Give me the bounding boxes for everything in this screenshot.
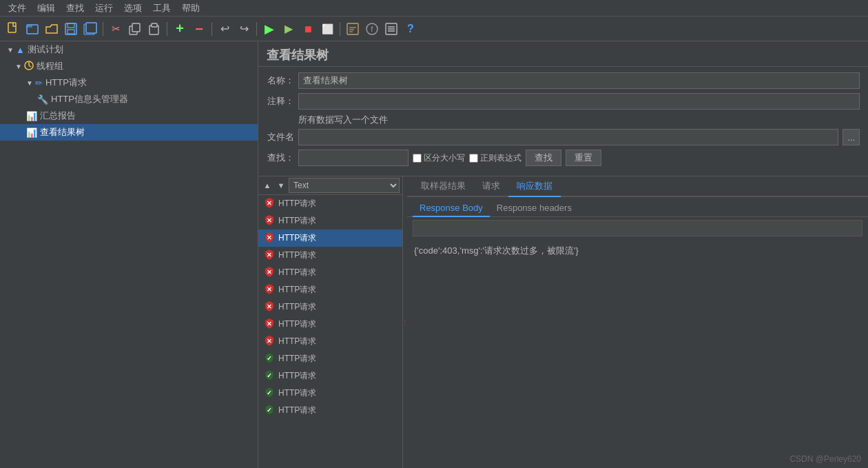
menu-help[interactable]: 帮助 — [176, 1, 205, 16]
reset-button[interactable]: 重置 — [566, 150, 601, 166]
result-item-r1[interactable]: ✕ HTTP请求 — [258, 195, 402, 212]
search-label: 查找： — [267, 152, 294, 164]
svg-rect-11 — [152, 23, 157, 27]
menu-run[interactable]: 运行 — [90, 1, 118, 16]
svg-text:✕: ✕ — [267, 269, 272, 276]
thread-group-icon — [24, 61, 34, 72]
regex-label[interactable]: 正则表达式 — [469, 152, 521, 164]
menu-edit[interactable]: 编辑 — [32, 1, 61, 16]
paste-button[interactable] — [145, 20, 163, 38]
new-button[interactable] — [4, 20, 22, 38]
format-select[interactable]: Text XML JSON HTML RegExp Tester — [289, 178, 400, 193]
shield-ok-partial-icon: ✓ — [264, 404, 275, 417]
comment-input[interactable] — [298, 93, 860, 110]
menu-find[interactable]: 查找 — [61, 1, 90, 16]
shield-error-icon: ✕ — [264, 283, 275, 296]
svg-text:✕: ✕ — [267, 252, 272, 258]
result-item-label: HTTP请求 — [278, 198, 316, 210]
sidebar-label-summary-report: 汇总报告 — [40, 110, 76, 122]
report-button[interactable] — [344, 20, 362, 38]
result-scroll-down-button[interactable]: ▼ — [275, 179, 287, 192]
sidebar-label-http-request-parent: HTTP请求 — [45, 77, 87, 89]
cut-button[interactable]: ✂ — [107, 20, 125, 38]
result-item-r4[interactable]: ✕ HTTP请求 — [258, 247, 402, 264]
shield-error-icon: ✕ — [264, 335, 275, 348]
result-item-r7[interactable]: ✕ HTTP请求 — [258, 298, 402, 316]
http-header-icon: 🔧 — [37, 94, 48, 105]
open-template-button[interactable] — [23, 20, 41, 38]
result-item-r3[interactable]: ✕ HTTP请求 — [258, 230, 402, 247]
result-item-r5[interactable]: ✕ HTTP请求 — [258, 264, 402, 281]
settings-button[interactable] — [382, 20, 400, 38]
name-label: 名称： — [267, 74, 294, 87]
svg-rect-7 — [86, 23, 96, 33]
content-area: 查看结果树 名称： 注释： 所有数据写入一个文件 文件名 ... — [258, 41, 868, 468]
menubar: 文件 编辑 查找 运行 选项 工具 帮助 — [0, 0, 868, 17]
sidebar-item-http-header[interactable]: 🔧 HTTP信息头管理器 — [0, 91, 258, 108]
menu-tools[interactable]: 工具 — [147, 1, 176, 16]
function-button[interactable]: f — [363, 20, 381, 38]
remove-button[interactable]: − — [190, 20, 208, 38]
result-right-panel: 取样器结果 请求 响应数据 Response Body Response hea… — [407, 176, 868, 468]
sidebar-item-test-plan[interactable]: ▼ ▲ 测试计划 — [0, 41, 258, 58]
all-data-text: 所有数据写入一个文件 — [298, 114, 860, 126]
tab-sampler-result[interactable]: 取样器结果 — [413, 176, 474, 197]
tabs-bar: 取样器结果 请求 响应数据 — [407, 176, 868, 197]
filename-input[interactable] — [298, 129, 838, 145]
result-item-r2[interactable]: ✕ HTTP请求 — [258, 212, 402, 230]
open-button[interactable] — [43, 20, 61, 38]
result-scroll-up-button[interactable]: ▲ — [261, 179, 273, 192]
result-item-r6[interactable]: ✕ HTTP请求 — [258, 281, 402, 298]
result-item-r12[interactable]: ✓ HTTP请求 — [258, 385, 402, 402]
comment-label: 注释： — [267, 95, 294, 108]
run-button[interactable]: ▶ — [260, 20, 278, 38]
result-item-label: HTTP请求 — [278, 353, 316, 365]
result-item-label: HTTP请求 — [278, 405, 316, 416]
save-all-button[interactable] — [81, 20, 99, 38]
save-button[interactable] — [62, 20, 80, 38]
result-item-label: HTTP请求 — [278, 387, 316, 399]
sidebar-item-view-result-tree[interactable]: 📊 查看结果树 — [0, 124, 258, 141]
undo-button[interactable]: ↩ — [216, 20, 234, 38]
result-item-r8[interactable]: ✕ HTTP请求 — [258, 316, 402, 333]
sidebar-item-http-request-parent[interactable]: ▼ ✏ HTTP请求 — [0, 74, 258, 91]
sep4 — [256, 22, 257, 36]
comment-row: 注释： — [267, 93, 860, 110]
sub-tab-response-headers[interactable]: Response headers — [490, 200, 579, 217]
svg-text:✕: ✕ — [267, 234, 272, 241]
sub-tab-response-body[interactable]: Response Body — [413, 200, 490, 217]
sidebar-item-thread-group[interactable]: ▼ 线程组 — [0, 58, 258, 74]
stop-button[interactable]: ⏹ — [299, 20, 317, 38]
result-list: ✕ HTTP请求 ✕ HTTP请求 ✕ HTTP请求 ✕ HTTP请求 ✕ HT… — [258, 195, 402, 468]
search-input[interactable] — [298, 150, 409, 166]
find-button[interactable]: 查找 — [526, 150, 561, 166]
result-item-r11[interactable]: ✓ HTTP请求 — [258, 367, 402, 385]
result-item-r9[interactable]: ✕ HTTP请求 — [258, 333, 402, 350]
svg-text:✕: ✕ — [267, 321, 272, 327]
tab-request[interactable]: 请求 — [474, 176, 508, 197]
add-button[interactable]: + — [171, 20, 189, 38]
case-sensitive-checkbox[interactable] — [413, 154, 422, 163]
copy-button[interactable] — [126, 20, 144, 38]
help-button[interactable]: ? — [402, 20, 420, 38]
regex-checkbox[interactable] — [469, 154, 478, 163]
tab-response-data[interactable]: 响应数据 — [508, 176, 561, 197]
menu-options[interactable]: 选项 — [118, 1, 147, 16]
run-remote-button[interactable]: ▶ — [280, 20, 298, 38]
redo-button[interactable]: ↪ — [235, 20, 253, 38]
svg-rect-0 — [8, 23, 16, 32]
result-item-r10[interactable]: ✓ HTTP请求 — [258, 350, 402, 367]
shield-error-icon: ✕ — [264, 301, 275, 314]
case-sensitive-label[interactable]: 区分大小写 — [413, 152, 465, 164]
result-item-r13[interactable]: ✓ HTTP请求 — [258, 402, 402, 419]
sidebar-item-summary-report[interactable]: 📊 汇总报告 — [0, 108, 258, 124]
menu-file[interactable]: 文件 — [3, 1, 32, 16]
form-area: 名称： 注释： 所有数据写入一个文件 文件名 ... 查找： — [258, 67, 868, 176]
result-item-label: HTTP请求 — [278, 301, 316, 313]
svg-rect-2 — [27, 25, 32, 28]
sidebar-label-test-plan: 测试计划 — [28, 43, 63, 56]
clear-button[interactable]: ⬜ — [318, 20, 336, 38]
name-input[interactable] — [298, 72, 860, 89]
browse-button[interactable]: ... — [843, 129, 860, 145]
sep1 — [103, 22, 103, 36]
